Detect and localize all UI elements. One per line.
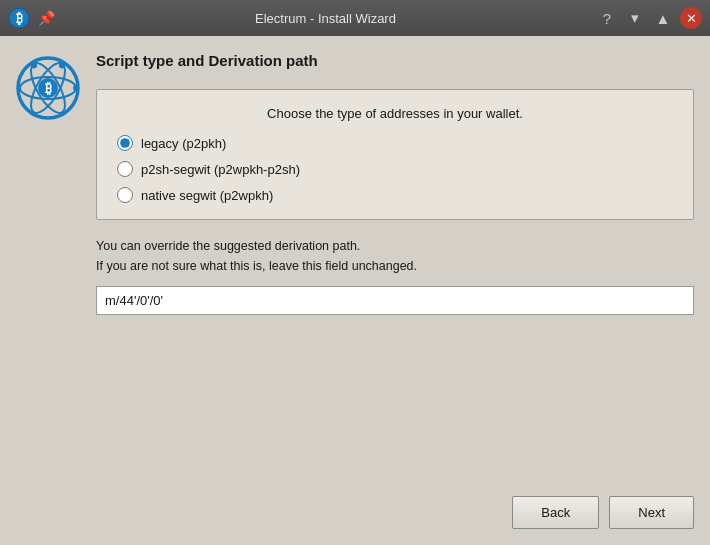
maximize-button[interactable]: ▲ [652, 7, 674, 29]
radio-legacy[interactable] [117, 135, 133, 151]
radio-legacy-label: legacy (p2pkh) [141, 136, 226, 151]
derivation-section: You can override the suggested derivatio… [96, 236, 694, 315]
button-bar: Back Next [0, 486, 710, 545]
svg-text:₿: ₿ [16, 11, 23, 26]
back-button[interactable]: Back [512, 496, 599, 529]
titlebar-controls: ? ▾ ▲ ✕ [596, 7, 702, 29]
titlebar: ₿ 📌 Electrum - Install Wizard ? ▾ ▲ ✕ [0, 0, 710, 36]
content-area: ₿ Script type and Derivation path Choose… [0, 36, 710, 486]
window-title: Electrum - Install Wizard [55, 11, 596, 26]
radio-item-legacy[interactable]: legacy (p2pkh) [117, 135, 673, 151]
derivation-hint-line2: If you are not sure what this is, leave … [96, 259, 417, 273]
radio-p2sh-label: p2sh-segwit (p2wpkh-p2sh) [141, 162, 300, 177]
derivation-path-input[interactable] [96, 286, 694, 315]
derivation-hint: You can override the suggested derivatio… [96, 236, 694, 276]
radio-group: legacy (p2pkh) p2sh-segwit (p2wpkh-p2sh)… [117, 135, 673, 203]
radio-p2sh[interactable] [117, 161, 133, 177]
derivation-hint-line1: You can override the suggested derivatio… [96, 239, 360, 253]
radio-native-segwit[interactable] [117, 187, 133, 203]
close-button[interactable]: ✕ [680, 7, 702, 29]
pin-icon[interactable]: 📌 [38, 10, 55, 26]
address-type-card: Choose the type of addresses in your wal… [96, 89, 694, 220]
titlebar-left: ₿ 📌 [8, 7, 55, 29]
help-button[interactable]: ? [596, 7, 618, 29]
electrum-logo: ₿ [16, 56, 80, 120]
svg-point-8 [73, 85, 79, 91]
svg-text:₿: ₿ [45, 80, 52, 96]
section-title: Script type and Derivation path [96, 52, 694, 69]
card-subtitle: Choose the type of addresses in your wal… [117, 106, 673, 121]
svg-point-10 [31, 63, 37, 69]
minimize-button[interactable]: ▾ [624, 7, 646, 29]
radio-item-p2sh[interactable]: p2sh-segwit (p2wpkh-p2sh) [117, 161, 673, 177]
next-button[interactable]: Next [609, 496, 694, 529]
app-icon: ₿ [8, 7, 30, 29]
window-body: ₿ Script type and Derivation path Choose… [0, 36, 710, 545]
radio-native-segwit-label: native segwit (p2wpkh) [141, 188, 273, 203]
logo-area: ₿ [16, 52, 80, 470]
radio-item-native-segwit[interactable]: native segwit (p2wpkh) [117, 187, 673, 203]
right-content: Script type and Derivation path Choose t… [96, 52, 694, 470]
svg-point-9 [59, 63, 65, 69]
